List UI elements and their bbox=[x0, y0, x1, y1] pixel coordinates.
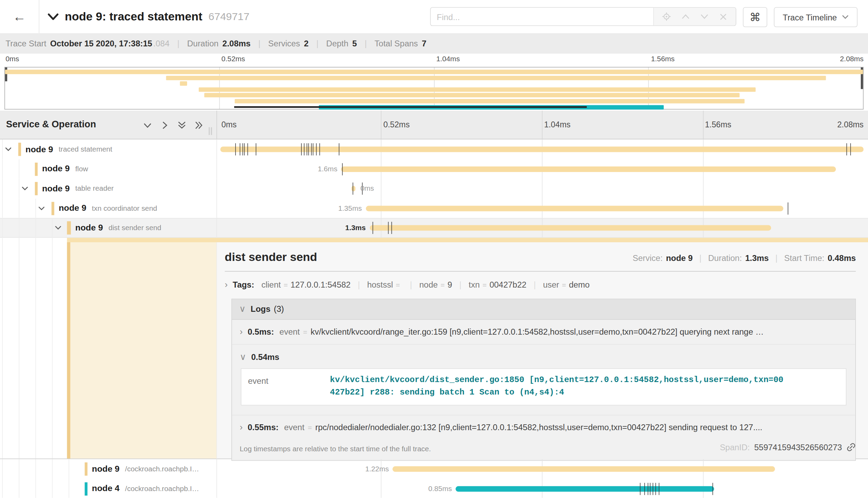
tree-guide-line bbox=[69, 459, 69, 479]
tree-guide-line bbox=[52, 218, 53, 238]
log-marker-tick bbox=[242, 143, 243, 155]
span-collapse-chevron-icon[interactable] bbox=[55, 226, 61, 230]
span-duration-bar[interactable] bbox=[393, 466, 775, 472]
tag-value: 127.0.0.1:54582 bbox=[291, 280, 351, 289]
span-name-cell: node 9traced statement bbox=[0, 139, 217, 159]
log-entry[interactable]: ›0.5ms:event=kv/kvclient/kvcoord/range_i… bbox=[232, 319, 856, 344]
summary-value: 2 bbox=[304, 39, 308, 48]
minimap-canvas[interactable] bbox=[5, 67, 863, 109]
top-bar: ← node 9: traced statement 6749717 bbox=[0, 0, 868, 33]
prev-match-icon[interactable] bbox=[679, 10, 691, 22]
expanded-span-accent-strip bbox=[0, 237, 868, 242]
span-row[interactable]: node 9txn coordinator send1.35ms bbox=[0, 198, 868, 218]
collapse-one-icon[interactable] bbox=[143, 121, 152, 129]
log-entry[interactable]: ∨0.54mseventkv/kvclient/kvcoord/dist_sen… bbox=[232, 344, 856, 415]
span-service-name: node 9 bbox=[26, 144, 53, 154]
minimap-range-bar[interactable] bbox=[234, 106, 587, 108]
column-resizer-handle[interactable] bbox=[209, 127, 212, 135]
tree-guide-line bbox=[2, 139, 3, 159]
summary-separator: | bbox=[365, 39, 367, 48]
span-row[interactable]: node 4/cockroach.roachpb.I…0.85ms bbox=[0, 479, 868, 498]
span-collapse-chevron-icon[interactable] bbox=[5, 147, 11, 152]
span-color-accent bbox=[85, 482, 88, 495]
log-marker-tick bbox=[650, 482, 651, 495]
tree-guide-line bbox=[2, 179, 3, 198]
span-detail-left-gutter bbox=[0, 242, 217, 459]
span-duration-label: 1.35ms bbox=[338, 204, 362, 212]
locate-icon[interactable] bbox=[661, 10, 673, 22]
tree-guide-line bbox=[35, 198, 36, 218]
tags-row[interactable]: › Tags: client=127.0.0.1:54582|hostssl=|… bbox=[225, 280, 856, 290]
chevron-down-icon: ∨ bbox=[240, 352, 246, 362]
clear-search-icon[interactable] bbox=[717, 10, 729, 22]
span-duration-bar[interactable] bbox=[370, 225, 771, 230]
span-row[interactable]: node 9traced statement bbox=[0, 139, 868, 159]
span-timeline-cell: 0ms bbox=[217, 179, 868, 198]
span-color-accent bbox=[85, 462, 88, 476]
span-service-name: node 9 bbox=[59, 203, 86, 213]
log-marker-tick bbox=[850, 143, 851, 155]
expand-all-icon[interactable] bbox=[194, 121, 204, 129]
equals-sign: = bbox=[562, 281, 566, 289]
span-name-cell: node 9/cockroach.roachpb.I… bbox=[0, 459, 217, 479]
span-name-cell: node 9table reader bbox=[0, 179, 217, 198]
tick-label: 1.56ms bbox=[651, 55, 674, 63]
log-marker-tick bbox=[319, 143, 320, 155]
back-button[interactable]: ← bbox=[0, 0, 39, 33]
minimap-span-bar-row bbox=[5, 93, 863, 98]
span-row[interactable]: node 9dist sender send1.3ms bbox=[0, 218, 868, 238]
span-row[interactable]: node 9table reader0ms bbox=[0, 179, 868, 198]
equals-sign: = bbox=[284, 281, 288, 289]
span-duration-bar[interactable] bbox=[456, 486, 715, 491]
meta-separator: | bbox=[776, 253, 778, 262]
summary-label: Services bbox=[268, 39, 300, 48]
find-tools bbox=[653, 8, 736, 25]
span-duration-bar[interactable] bbox=[366, 206, 783, 211]
selected-span-accent-bar bbox=[67, 242, 70, 459]
service-operation-header: Service & Operation bbox=[0, 111, 217, 139]
tree-guide-line bbox=[69, 479, 69, 498]
span-operation-name: flow bbox=[75, 165, 88, 173]
log-marker-tick bbox=[653, 482, 653, 495]
summary-value: 5 bbox=[352, 39, 357, 48]
deep-link-icon[interactable] bbox=[847, 443, 856, 452]
summary-item: Trace StartOctober 15 2020, 17:38:15.084 bbox=[6, 39, 169, 48]
span-duration-label: 1.3ms bbox=[345, 224, 366, 232]
span-duration-bar[interactable] bbox=[341, 166, 836, 172]
find-group bbox=[430, 7, 736, 26]
span-labels: node 9/cockroach.roachpb.I… bbox=[92, 459, 199, 479]
log-marker-tick bbox=[309, 143, 309, 155]
tags-label: Tags: bbox=[233, 280, 254, 289]
view-selector-button[interactable]: Trace Timeline bbox=[774, 7, 857, 27]
log-field-key: event bbox=[248, 374, 330, 399]
log-field-value: rpc/nodedialer/nodedialer.go:132 [n9,cli… bbox=[315, 422, 762, 432]
span-labels: node 4/cockroach.roachpb.I… bbox=[92, 479, 199, 498]
expand-one-icon[interactable] bbox=[160, 121, 169, 129]
log-marker-tick bbox=[304, 143, 304, 155]
collapse-trace-chevron-icon[interactable] bbox=[47, 13, 59, 20]
logs-count: (3) bbox=[274, 304, 284, 314]
log-marker-tick bbox=[712, 482, 713, 495]
log-entry[interactable]: ›0.55ms:event=rpc/nodedialer/nodedialer.… bbox=[232, 415, 856, 439]
log-marker-tick bbox=[244, 143, 245, 155]
collapse-all-icon[interactable] bbox=[177, 121, 186, 129]
next-match-icon[interactable] bbox=[698, 10, 710, 22]
summary-item: Duration2.08ms bbox=[187, 39, 250, 48]
keyboard-shortcuts-button[interactable]: ⌘ bbox=[743, 7, 767, 27]
span-duration-bar[interactable] bbox=[352, 186, 355, 191]
logs-header[interactable]: ∨ Logs (3) bbox=[232, 299, 856, 319]
back-arrow-icon: ← bbox=[13, 9, 26, 25]
span-row[interactable]: node 9/cockroach.roachpb.I…1.22ms bbox=[0, 459, 868, 479]
minimap-span-bar-row bbox=[5, 75, 863, 80]
span-row[interactable]: node 9flow1.6ms bbox=[0, 159, 868, 179]
summary-separator: | bbox=[316, 39, 318, 48]
tree-guide-line bbox=[19, 459, 19, 479]
find-input[interactable] bbox=[431, 8, 653, 25]
span-collapse-chevron-icon[interactable] bbox=[21, 187, 28, 191]
tree-guide-line bbox=[19, 179, 19, 198]
span-duration-bar[interactable] bbox=[220, 147, 863, 152]
span-collapse-chevron-icon[interactable] bbox=[38, 206, 45, 210]
span-service-name: node 9 bbox=[42, 164, 70, 174]
detail-meta-value: 0.48ms bbox=[828, 253, 856, 262]
log-marker-tick bbox=[373, 222, 373, 234]
